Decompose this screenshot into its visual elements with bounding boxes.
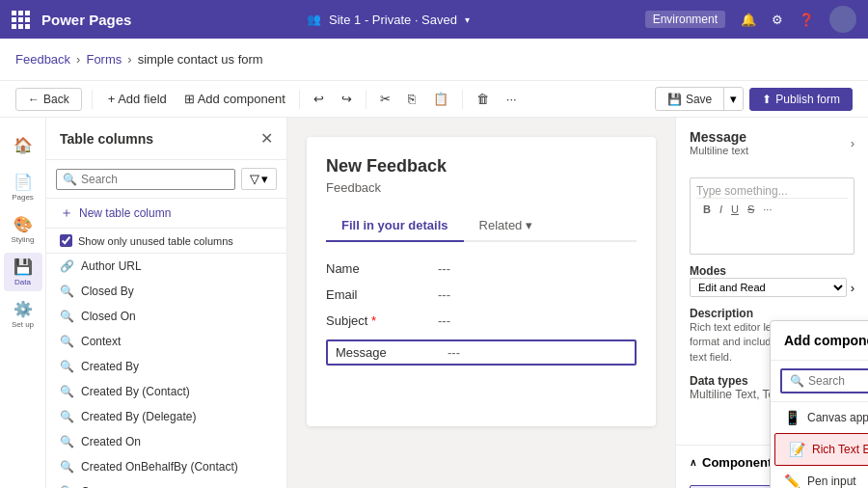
- home-icon: 🏠: [14, 136, 33, 154]
- form-area-wrapper: New Feedback Feedback Fill in your detai…: [287, 118, 675, 488]
- list-item[interactable]: 🔍 Created On: [46, 429, 286, 454]
- field-value-email: ---: [438, 287, 450, 302]
- breadcrumb-sep1: ›: [76, 52, 80, 67]
- filter-chevron: ▾: [261, 172, 268, 186]
- setup-label: Set up: [12, 320, 34, 329]
- add-field-button[interactable]: + Add field: [102, 88, 173, 110]
- canvas-app-item[interactable]: 📱 Canvas app: [771, 402, 868, 433]
- list-item[interactable]: 🔍 Created By: [46, 354, 286, 379]
- back-button[interactable]: ← Back: [15, 88, 82, 111]
- context-icon: 🔍: [60, 335, 73, 348]
- list-item[interactable]: 🔍 Created By (Contact): [46, 379, 286, 404]
- modes-select[interactable]: Edit and Read: [690, 278, 847, 297]
- modes-label: Modes: [690, 264, 854, 278]
- editor-more-button[interactable]: ···: [760, 203, 774, 216]
- paste-button[interactable]: 📋: [427, 88, 454, 110]
- settings-icon[interactable]: ⚙: [772, 13, 783, 27]
- plus-icon: ＋: [60, 204, 73, 222]
- editor-underline-button[interactable]: U: [728, 203, 742, 216]
- styling-label: Styling: [11, 235, 34, 244]
- help-icon[interactable]: ❓: [799, 13, 814, 27]
- save-group: 💾 Save ▾: [655, 87, 744, 111]
- right-panel-subtitle: Multiline text: [690, 145, 748, 156]
- cut-button[interactable]: ✂: [374, 88, 396, 110]
- nav-item-pages[interactable]: 📄 Pages: [4, 168, 42, 206]
- save-button[interactable]: 💾 Save: [656, 89, 723, 110]
- pages-label: Pages: [12, 193, 34, 202]
- list-item[interactable]: 🔍 Closed By: [46, 279, 286, 304]
- tab-related[interactable]: Related ▾: [464, 210, 549, 240]
- form-tabs: Fill in your details Related ▾: [326, 210, 637, 242]
- add-column-button[interactable]: ＋ New table column: [46, 199, 286, 229]
- nav-item-home[interactable]: 🏠: [4, 125, 42, 164]
- right-panel-chevron-icon[interactable]: ›: [851, 136, 854, 150]
- right-panel-title: Message: [690, 129, 748, 145]
- unused-columns-toggle[interactable]: Show only unused table columns: [46, 229, 286, 254]
- list-item[interactable]: 🔍 Closed On: [46, 304, 286, 329]
- form-fields: Name --- Email --- Subject * --- Message…: [326, 261, 637, 366]
- add-component-button[interactable]: ⊞ Add component: [178, 88, 291, 110]
- redo-button[interactable]: ↪: [336, 88, 358, 110]
- field-label-email: Email: [326, 287, 422, 302]
- list-item[interactable]: 🔗 Author URL: [46, 254, 286, 279]
- sep4: [462, 90, 463, 109]
- filter-button[interactable]: ▽ ▾: [241, 168, 277, 190]
- more-button[interactable]: ···: [501, 88, 523, 110]
- search-icon: 🔍: [63, 173, 77, 186]
- column-search-input[interactable]: [81, 173, 229, 186]
- editor-italic-button[interactable]: I: [717, 203, 725, 216]
- publish-form-button[interactable]: ⬆ Publish form: [749, 88, 853, 111]
- list-item[interactable]: 🔍 Created OnBehalfBy (Contact): [46, 454, 286, 479]
- unused-label: Show only unused table columns: [78, 235, 233, 247]
- field-label-name: Name: [326, 261, 422, 276]
- related-chevron-icon: ▾: [526, 218, 532, 232]
- column-search-box[interactable]: 🔍: [56, 169, 235, 190]
- pen-input-icon: ✏️: [784, 474, 800, 488]
- columns-list: 🔗 Author URL 🔍 Closed By 🔍 Closed On 🔍 C…: [46, 254, 286, 488]
- bell-icon[interactable]: 🔔: [741, 13, 756, 27]
- modal-search-input[interactable]: [808, 374, 868, 388]
- list-item[interactable]: 🔍 Currency: [46, 479, 286, 488]
- list-item[interactable]: 🔍 Created By (Delegate): [46, 404, 286, 429]
- editor-bold-button[interactable]: B: [700, 203, 714, 216]
- avatar[interactable]: [829, 6, 856, 33]
- list-item[interactable]: 🔍 Context: [46, 329, 286, 354]
- delete-button[interactable]: 🗑: [471, 88, 495, 110]
- nav-item-styling[interactable]: 🎨 Styling: [4, 210, 42, 249]
- tab-fill-in-details[interactable]: Fill in your details: [326, 210, 464, 240]
- editor-toolbar: B I U S ···: [696, 198, 848, 220]
- save-dropdown-button[interactable]: ▾: [723, 88, 743, 110]
- field-label-message: Message: [336, 345, 432, 360]
- panel-header: Table columns ✕: [46, 118, 286, 160]
- left-nav: 🏠 📄 Pages 🎨 Styling 💾 Data ⚙️ Set up ···: [0, 118, 46, 488]
- panel-title: Table columns: [60, 131, 153, 147]
- components-chevron-icon[interactable]: ∧: [690, 457, 696, 468]
- nav-item-data[interactable]: 💾 Data: [4, 253, 42, 291]
- sep2: [299, 90, 300, 109]
- breadcrumb-part2[interactable]: Forms: [86, 52, 122, 67]
- form-area: New Feedback Feedback Fill in your detai…: [287, 118, 675, 488]
- pen-input-item[interactable]: ✏️ Pen input: [771, 466, 868, 488]
- modal-search-box[interactable]: 🔍: [780, 368, 868, 393]
- right-panel-title-group: Message Multiline text: [690, 129, 748, 156]
- table-columns-panel: Table columns ✕ 🔍 ▽ ▾ ＋ New table column…: [46, 118, 287, 488]
- copy-button[interactable]: ⎘: [402, 88, 421, 110]
- modes-chevron-icon: ›: [851, 281, 854, 295]
- field-message[interactable]: Message ---: [326, 339, 637, 366]
- app-logo: Power Pages: [12, 11, 131, 29]
- site-status[interactable]: Site 1 - Private · Saved: [329, 13, 457, 27]
- editor-strikethrough-button[interactable]: S: [745, 203, 757, 216]
- unused-checkbox[interactable]: [60, 234, 72, 247]
- breadcrumb: Feedback › Forms › simple contact us for…: [15, 52, 853, 67]
- nav-more[interactable]: ···: [4, 478, 42, 488]
- editor-placeholder: Type something...: [696, 184, 848, 198]
- text-editor-area[interactable]: Type something... B I U S ···: [690, 177, 854, 255]
- rich-text-editor-item[interactable]: 📝 Rich Text Editor Control: [774, 433, 868, 466]
- nav-item-setup[interactable]: ⚙️ Set up: [4, 295, 42, 334]
- undo-button[interactable]: ↩: [308, 88, 330, 110]
- filter-icon: ▽: [250, 172, 259, 186]
- breadcrumb-part1[interactable]: Feedback: [15, 52, 70, 67]
- form-canvas: New Feedback Feedback Fill in your detai…: [307, 137, 656, 426]
- breadcrumb-part3: simple contact us form: [138, 52, 263, 67]
- close-panel-button[interactable]: ✕: [260, 129, 273, 148]
